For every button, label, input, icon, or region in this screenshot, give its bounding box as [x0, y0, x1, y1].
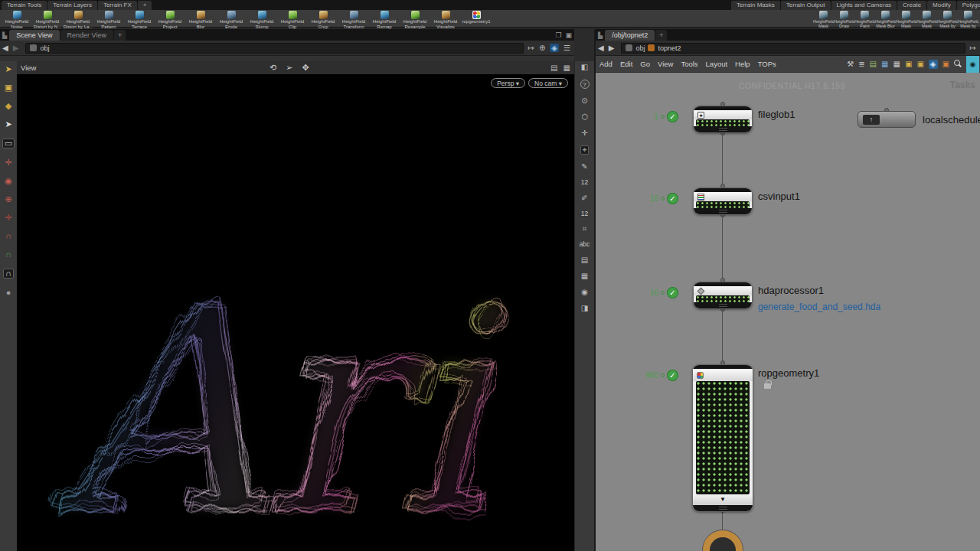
wireframe-icon[interactable]: ⬡: [581, 113, 588, 121]
shelf-tool[interactable]: HeightField Pattern: [93, 10, 124, 29]
node-name-label[interactable]: fileglob1: [758, 109, 795, 120]
layout-single-icon[interactable]: ▤: [550, 64, 557, 72]
shelf-tool[interactable]: HeightField Erode: [216, 10, 247, 29]
shelf-tab-lights-cameras[interactable]: Lights and Cameras: [831, 1, 897, 10]
marker-icon[interactable]: ✐: [581, 194, 587, 202]
translate-handle-icon[interactable]: ✛: [5, 158, 11, 167]
tools-wrench-icon[interactable]: ⚒: [847, 60, 854, 68]
secure-selection-icon[interactable]: ▭: [2, 139, 15, 148]
shelf-tool[interactable]: HeightField Remap: [369, 10, 400, 29]
node-ropgeometry[interactable]: ▼: [692, 364, 753, 512]
tab-scene-view[interactable]: Scene View: [9, 30, 59, 41]
target-icon[interactable]: ⊕: [539, 44, 545, 52]
menu-help[interactable]: Help: [731, 60, 754, 68]
pointer-icon[interactable]: ➤: [5, 120, 11, 129]
menu-view[interactable]: View: [654, 60, 677, 68]
node-expand-footer[interactable]: ▼: [693, 494, 753, 505]
orbit-tool-icon[interactable]: ⟲: [270, 63, 276, 73]
shelf-tab-modify[interactable]: Modify: [927, 1, 956, 10]
shelf-tool[interactable]: HeightField Crop: [308, 10, 338, 29]
pane-menu-icon[interactable]: ☰: [564, 44, 570, 52]
network-path-field[interactable]: obj topnet2: [621, 43, 965, 54]
shelf-tab-polygon[interactable]: Polygon: [957, 1, 980, 10]
shading-mode-icon[interactable]: ⊙: [581, 97, 587, 105]
display-points-icon[interactable]: ⌖: [580, 145, 590, 155]
menu-layout[interactable]: Layout: [702, 60, 732, 68]
shelf-tool[interactable]: HeightField Project: [155, 10, 185, 29]
shelf-tab-create[interactable]: Create: [897, 1, 926, 10]
node-hda-subtitle[interactable]: generate_food_and_seed.hda: [758, 302, 880, 312]
add-pane-tab-button[interactable]: +: [655, 30, 667, 41]
pane-maximize-icon[interactable]: ▣: [565, 31, 572, 39]
view-tool-icon[interactable]: ➤: [5, 65, 11, 73]
background-icon[interactable]: ◨: [581, 305, 588, 312]
shelf-tool[interactable]: HeightField Draw Mask: [834, 10, 854, 29]
menu-tools[interactable]: Tools: [677, 60, 701, 68]
add-pane-tab-button[interactable]: +: [114, 30, 126, 41]
pane-grip-icon[interactable]: ▙: [598, 32, 603, 39]
shelf-tool[interactable]: HeightField Distort by N...: [32, 10, 63, 29]
shelf-tool[interactable]: HeightField Slump: [247, 10, 277, 29]
point-size-value[interactable]: 12: [581, 179, 588, 186]
grid-snap-icon[interactable]: ▦: [881, 60, 888, 68]
shelf-tool[interactable]: HeightField Mask by Fea...: [937, 10, 958, 29]
scale-handle-icon[interactable]: ⊕: [5, 195, 11, 204]
visibility-eye-icon[interactable]: ◉: [966, 56, 979, 73]
shapes-icon[interactable]: ▣: [942, 60, 949, 68]
help-icon[interactable]: ?: [580, 80, 590, 89]
path-segment-topnet[interactable]: topnet2: [658, 44, 681, 52]
tab-render-view[interactable]: Render View: [60, 30, 113, 41]
shelf-tool[interactable]: HeightField Terrace: [124, 10, 155, 29]
node-name-label[interactable]: csvinput1: [758, 191, 800, 202]
shelf-tool[interactable]: HeightField Distort by La...: [63, 10, 93, 29]
tree-view-icon[interactable]: ≣: [858, 60, 864, 68]
pose-handle-icon[interactable]: ✛: [5, 214, 11, 222]
select-tool-icon[interactable]: ➢: [286, 63, 292, 73]
node-name-label[interactable]: ropgeometry1: [758, 367, 819, 379]
node-fileglob[interactable]: ✦: [693, 106, 753, 133]
handles-tool-icon[interactable]: ✥: [302, 63, 309, 73]
menu-go[interactable]: Go: [636, 60, 654, 68]
view-menu[interactable]: View: [21, 64, 36, 72]
shelf-tool[interactable]: HeightField Resample: [400, 10, 430, 29]
select-geometry-icon[interactable]: ◆: [5, 102, 11, 110]
sticky-note-icon[interactable]: ▣: [905, 60, 912, 68]
camera-badge[interactable]: No cam ▾: [528, 78, 568, 88]
uv-display-icon[interactable]: ▤: [581, 256, 588, 264]
back-arrow-icon[interactable]: ◀: [598, 44, 604, 52]
node-name-label[interactable]: hdaprocessor1: [758, 285, 824, 296]
menu-add[interactable]: Add: [596, 60, 616, 68]
tab-topnet[interactable]: /obj/topnet2: [605, 30, 655, 41]
node-partial-bottom[interactable]: [703, 530, 743, 551]
shelf-tab-terrain-tools[interactable]: Terrain Tools: [2, 1, 47, 10]
shelf-tab-terrain-output[interactable]: Terrain Output: [781, 1, 831, 10]
scene-path-field[interactable]: obj: [25, 43, 523, 54]
shelf-tool[interactable]: HeightField Mask Shrink: [916, 10, 937, 29]
sphere-icon[interactable]: ●: [6, 289, 11, 297]
node-csvinput[interactable]: [693, 187, 753, 215]
shelf-tab-terrain-masks[interactable]: Terrain Masks: [731, 1, 780, 10]
lighting-icon[interactable]: ◉: [581, 289, 588, 296]
shelf-tool[interactable]: HeightField Visualize: [430, 10, 461, 29]
node-localscheduler[interactable]: ↑: [858, 111, 916, 128]
normals-icon[interactable]: ✛: [581, 129, 587, 137]
shelf-tool[interactable]: HeightField Noise: [2, 10, 32, 29]
display-options-icon[interactable]: ◧: [581, 64, 588, 71]
snap-grid-icon[interactable]: ∩: [5, 250, 11, 259]
shelf-tool[interactable]: HeightField Blur: [185, 10, 216, 29]
normal-scale-value[interactable]: 12: [581, 210, 588, 217]
annotate-icon[interactable]: ✎: [581, 163, 587, 171]
rotate-handle-icon[interactable]: ◉: [5, 177, 12, 185]
menu-edit[interactable]: Edit: [616, 60, 636, 68]
shelf-tool[interactable]: HeightField Mask Noise: [813, 10, 834, 29]
forward-arrow-icon[interactable]: ▶: [13, 44, 19, 52]
shelf-tab-terrain-layers[interactable]: Terrain Layers: [47, 1, 97, 10]
network-box-icon[interactable]: ▣: [916, 60, 923, 68]
shelf-tool[interactable]: HeightField Mask Expand: [896, 10, 916, 29]
snap-multi-icon[interactable]: ∩: [3, 269, 14, 279]
task-list-icon[interactable]: ▤: [870, 60, 877, 68]
text-display-toggle[interactable]: abc: [580, 241, 590, 248]
grid-display-icon[interactable]: ▦: [893, 60, 900, 68]
shelf-tool[interactable]: HeightField Mask by Obj...: [958, 10, 978, 29]
texture-display-icon[interactable]: ▦: [581, 272, 588, 280]
